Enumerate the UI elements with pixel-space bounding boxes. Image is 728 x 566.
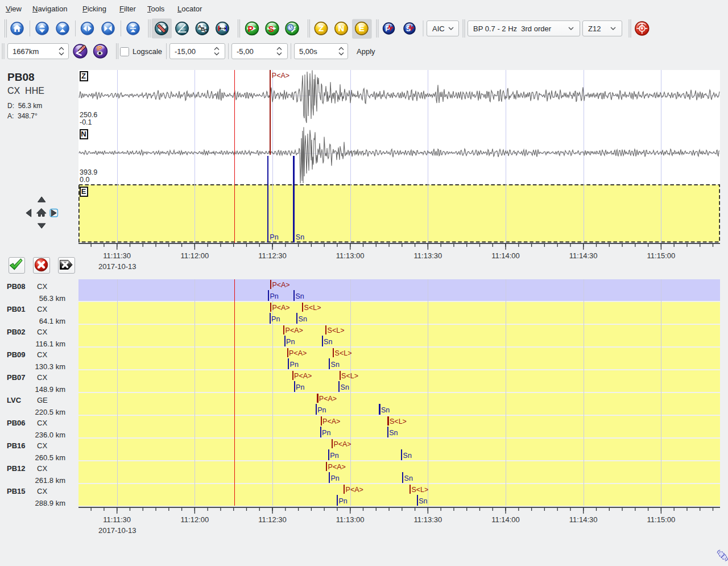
svg-text:Z: Z [318,23,324,33]
svg-text:N: N [338,23,345,33]
svg-text:E: E [359,23,365,33]
svg-text:C: C [204,28,208,34]
svg-text:P: P [248,24,254,34]
svg-text:S: S [268,24,274,34]
svg-text:45°: 45° [181,28,186,31]
svg-text:IP: IP [97,46,102,52]
